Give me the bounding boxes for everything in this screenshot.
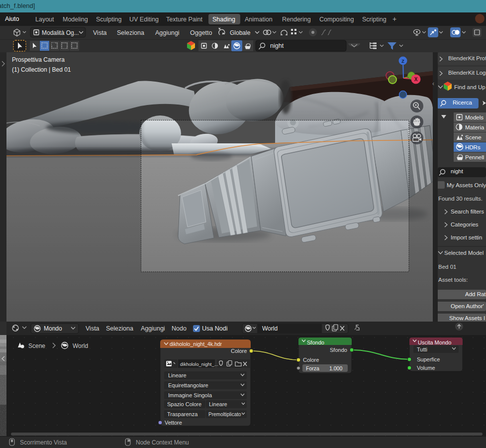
svg-text:Z: Z [401,59,404,64]
svg-text:(1) Collection | Bed 01: (1) Collection | Bed 01 [12,66,71,73]
svg-text:Prospettiva Camera: Prospettiva Camera [12,56,65,63]
svg-text:X: X [414,77,418,82]
